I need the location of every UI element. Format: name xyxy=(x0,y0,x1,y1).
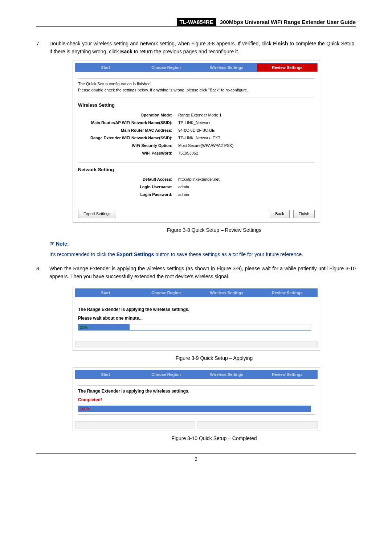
header-title: 300Mbps Universal WiFi Range Extender Us… xyxy=(218,19,356,25)
list-number: 7. xyxy=(36,40,49,56)
value-login-password: admin xyxy=(178,192,189,198)
text: It's recommended to click the xyxy=(49,251,117,257)
list-item: 7. Double-check your wireless setting an… xyxy=(36,40,356,56)
progress-bar: 22% xyxy=(78,324,311,331)
bold-finish: Finish xyxy=(273,41,288,46)
label-security: WiFi Security Option: xyxy=(78,143,178,149)
note-head: ☞ Note: xyxy=(49,239,356,249)
value-security: Most Secure(WPA/WPA2-PSK) xyxy=(178,143,233,149)
footer-bar xyxy=(73,421,320,431)
wizard-tabs: Start Choose Region Wireless Settings Re… xyxy=(75,288,318,297)
wizard-tabs: Start Choose Region Wireless Settings Re… xyxy=(75,63,318,72)
tab-choose-region[interactable]: Choose Region xyxy=(136,289,197,297)
value-main-mac: 94-0C-6D-2F-3C-BE xyxy=(178,127,215,134)
wizard-tabs: Start Choose Region Wireless Settings Re… xyxy=(75,370,318,379)
label-default-access: Default Access: xyxy=(78,176,178,182)
value-ext-ssid: TP-LINK_Network_EXT xyxy=(178,135,220,141)
intro-line1: The Quick Setup configuration is finishe… xyxy=(78,81,315,87)
value-operation-mode: Range Extender Mode 1 xyxy=(178,112,221,118)
tab-wireless-settings[interactable]: Wireless Settings xyxy=(197,370,257,378)
label-main-ssid: Main Router/AP WiFi Network Name(SSID): xyxy=(78,120,178,126)
applying-line: The Range Extender is applying the wirel… xyxy=(78,388,315,395)
label-login-password: Login Password: xyxy=(78,192,178,198)
figure-3-9-caption: Figure 3-9 Quick Setup – Applying xyxy=(73,354,356,362)
model-badge: TL-WA854RE xyxy=(177,18,216,26)
value-default-access: http://tplinkextender.net xyxy=(178,176,220,182)
network-setting-head: Network Setting xyxy=(78,166,315,173)
figure-3-10-caption: Figure 3-10 Quick Setup – Completed xyxy=(73,435,356,443)
list-number: 8. xyxy=(36,265,49,280)
value-password: 751953852 xyxy=(178,150,198,156)
value-login-username: admin xyxy=(178,184,189,190)
tab-wireless-settings[interactable]: Wireless Settings xyxy=(197,63,257,71)
figure-3-10: Start Choose Region Wireless Settings Re… xyxy=(73,368,320,431)
label-operation-mode: Operation Mode: xyxy=(78,112,178,118)
step7-text: Double-check your wireless setting and n… xyxy=(49,40,356,56)
intro-line2: Please double check the settings below. … xyxy=(78,87,315,93)
tab-review-settings[interactable]: Review Settings xyxy=(257,289,317,297)
page-header: TL-WA854RE 300Mbps Universal WiFi Range … xyxy=(36,18,356,27)
label-ext-ssid: Range Extender WiFi Network Name(SSID): xyxy=(78,135,178,141)
note-label: Note: xyxy=(56,241,69,247)
tab-choose-region[interactable]: Choose Region xyxy=(136,63,197,71)
value-main-ssid: TP-LINK_Network xyxy=(178,120,211,126)
text: to return the previous pages and reconfi… xyxy=(132,49,239,54)
tab-start[interactable]: Start xyxy=(75,63,136,71)
tab-review-settings[interactable]: Review Settings xyxy=(257,370,317,378)
page-footer: 9 xyxy=(36,454,356,462)
applying-line: The Range Extender is applying the wirel… xyxy=(78,306,315,313)
progress-percent: 22% xyxy=(80,324,88,330)
tab-start[interactable]: Start xyxy=(75,370,136,378)
progress-bar: 100% xyxy=(78,406,311,412)
step8-text: When the Range Extender is applying the … xyxy=(49,265,356,280)
label-login-username: Login Username: xyxy=(78,184,178,190)
tab-start[interactable]: Start xyxy=(75,289,136,297)
tab-wireless-settings[interactable]: Wireless Settings xyxy=(197,289,257,297)
label-password: WiFi PassWord: xyxy=(78,150,178,156)
progress-percent: 100% xyxy=(80,406,90,412)
note-body: It's recommended to click the Export Set… xyxy=(49,251,356,259)
figure-3-8-caption: Figure 3-8 Quick Setup – Review Settings xyxy=(73,226,356,234)
progress-fill xyxy=(78,406,311,412)
figure-3-9: Start Choose Region Wireless Settings Re… xyxy=(73,286,320,351)
finish-button[interactable]: Finish xyxy=(293,210,315,218)
wait-line: Please wait about one minute... xyxy=(78,315,315,322)
footer-bar xyxy=(75,341,318,348)
figure-3-8: Start Choose Region Wireless Settings Re… xyxy=(73,61,320,223)
tab-choose-region[interactable]: Choose Region xyxy=(136,370,197,378)
pointing-hand-icon: ☞ xyxy=(49,241,54,247)
list-item: 8. When the Range Extender is applying t… xyxy=(36,265,356,280)
export-settings-button[interactable]: Export Settings xyxy=(78,210,116,218)
page-number: 9 xyxy=(195,456,197,462)
wireless-setting-head: Wireless Setting xyxy=(78,102,315,109)
bold-back: Back xyxy=(120,49,132,54)
text: button to save these settings as a txt f… xyxy=(154,251,303,257)
label-main-mac: Main Router MAC Address: xyxy=(78,127,178,134)
tab-review-settings[interactable]: Review Settings xyxy=(257,63,317,71)
text: Double-check your wireless setting and n… xyxy=(49,41,273,46)
completed-label: Completed! xyxy=(78,397,315,403)
bold-export-settings: Export Settings xyxy=(117,251,154,257)
back-button[interactable]: Back xyxy=(270,210,289,218)
